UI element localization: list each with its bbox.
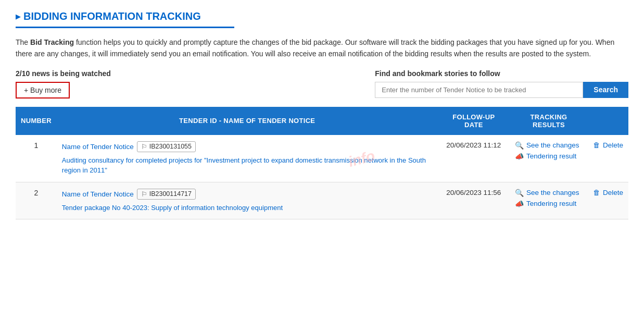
- cell-results: 🔍 See the changes 📣 Tendering result: [510, 182, 588, 219]
- megaphone-icon: 📣: [515, 152, 524, 161]
- title-divider: [16, 27, 234, 28]
- tender-id-text: IB2300114717: [149, 190, 192, 198]
- search-icon: 🔍: [515, 141, 524, 150]
- tender-id-icon: ⚐: [141, 190, 147, 198]
- tendering-result-link[interactable]: 📣 Tendering result: [515, 200, 583, 208]
- delete-label: Delete: [603, 189, 623, 196]
- tendering-result-link[interactable]: 📣 Tendering result: [515, 152, 583, 161]
- cell-number: 2: [16, 182, 57, 219]
- megaphone-icon: 📣: [515, 200, 524, 208]
- watched-count: 2/10 news is being watched: [16, 69, 111, 78]
- cell-action: 🗑 Delete: [588, 182, 628, 219]
- col-number: NUMBER: [16, 107, 57, 135]
- tender-id-icon: ⚐: [141, 143, 147, 151]
- cell-tender: Name of Tender Notice ⚐ IB2300114717 Ten…: [57, 182, 438, 219]
- col-action: [588, 107, 628, 135]
- table-row: 1 Name of Tender Notice ⚐ IB2300131055 A…: [16, 135, 628, 182]
- col-followup-date: FOLLOW-UP DATE: [438, 107, 510, 135]
- cell-results: 🔍 See the changes 📣 Tendering result: [510, 135, 588, 182]
- search-input[interactable]: [375, 82, 583, 98]
- tendering-result-text: Tendering result: [526, 152, 576, 160]
- tender-id-text: IB2300131055: [149, 143, 192, 150]
- see-changes-text: See the changes: [526, 189, 579, 196]
- cell-date: 20/06/2023 11:56: [438, 182, 510, 219]
- tender-name-link[interactable]: Name of Tender Notice: [62, 143, 134, 151]
- tender-desc-link[interactable]: Tender package No 40-2023: Supply of inf…: [62, 204, 283, 212]
- description-text: The Bid Tracking function helps you to q…: [16, 36, 628, 60]
- delete-button[interactable]: 🗑 Delete: [593, 141, 623, 149]
- cell-date: 20/06/2023 11:12: [438, 135, 510, 182]
- tender-id-badge: ⚐ IB2300131055: [137, 141, 196, 152]
- col-tender-id: TENDER ID - NAME OF TENDER NOTICE: [57, 107, 438, 135]
- tender-id-badge: ⚐ IB2300114717: [137, 189, 196, 200]
- tender-name-row: Name of Tender Notice ⚐ IB2300114717: [62, 189, 433, 200]
- trash-icon: 🗑: [593, 141, 600, 149]
- page-title: BIDDING INFORMATION TRACKING: [16, 10, 628, 22]
- see-changes-link[interactable]: 🔍 See the changes: [515, 141, 583, 150]
- tracking-table: NUMBER TENDER ID - NAME OF TENDER NOTICE…: [16, 107, 628, 220]
- find-label: Find and bookmark stories to follow: [375, 69, 628, 78]
- table-body: 1 Name of Tender Notice ⚐ IB2300131055 A…: [16, 135, 628, 219]
- right-bar: Find and bookmark stories to follow Sear…: [375, 69, 628, 98]
- cell-action: 🗑 Delete: [588, 135, 628, 182]
- search-row: Search: [375, 82, 628, 98]
- delete-label: Delete: [603, 141, 623, 149]
- trash-icon: 🗑: [593, 189, 600, 196]
- bid-tracking-bold: Bid Tracking: [30, 38, 74, 46]
- see-changes-link[interactable]: 🔍 See the changes: [515, 189, 583, 197]
- search-icon: 🔍: [515, 189, 524, 197]
- page-title-text: BIDDING INFORMATION TRACKING: [23, 10, 201, 22]
- tender-name-row: Name of Tender Notice ⚐ IB2300131055: [62, 141, 433, 152]
- buy-more-button[interactable]: + Buy more: [16, 82, 70, 99]
- search-button[interactable]: Search: [583, 82, 628, 98]
- table-header: NUMBER TENDER ID - NAME OF TENDER NOTICE…: [16, 107, 628, 135]
- table-row: 2 Name of Tender Notice ⚐ IB2300114717 T…: [16, 182, 628, 219]
- cell-tender: Name of Tender Notice ⚐ IB2300131055 Aud…: [57, 135, 438, 182]
- tender-desc-link[interactable]: Auditing consultancy for completed proje…: [62, 156, 426, 175]
- description-rest: function helps you to quickly and prompt…: [16, 38, 614, 58]
- left-bar: 2/10 news is being watched + Buy more: [16, 69, 111, 99]
- top-bar: 2/10 news is being watched + Buy more Fi…: [16, 69, 628, 99]
- tendering-result-text: Tendering result: [526, 200, 576, 207]
- col-tracking-results: TRACKING RESULTS: [510, 107, 588, 135]
- tender-name-link[interactable]: Name of Tender Notice: [62, 190, 134, 198]
- cell-number: 1: [16, 135, 57, 182]
- see-changes-text: See the changes: [526, 141, 579, 149]
- delete-button[interactable]: 🗑 Delete: [593, 189, 623, 196]
